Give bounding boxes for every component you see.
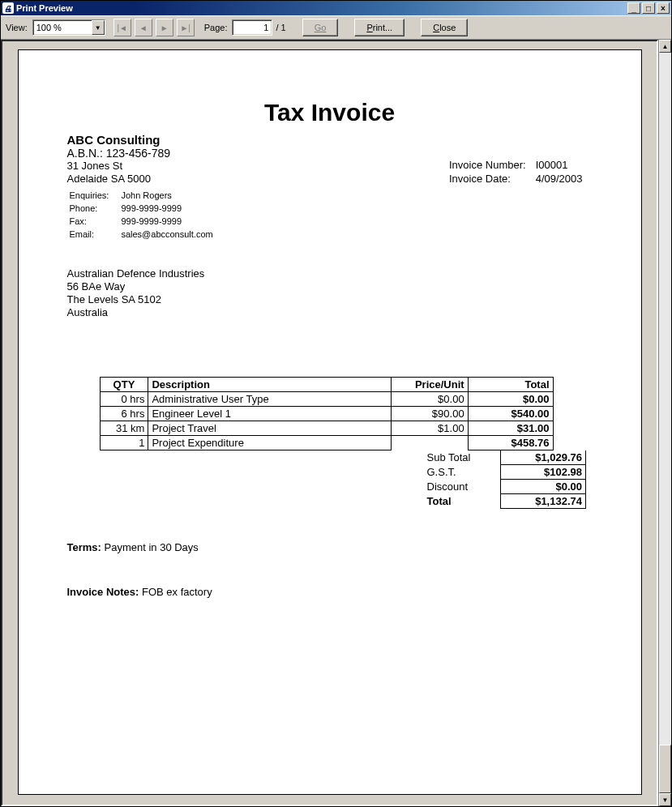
- scroll-track[interactable]: [659, 53, 671, 793]
- totals-block: Sub Total$1,029.76 G.S.T.$102.98 Discoun…: [132, 450, 593, 509]
- company-name: ABC Consulting: [67, 133, 225, 147]
- document-page: Tax Invoice ABC Consulting A.B.N.: 123-4…: [18, 49, 642, 795]
- document-title: Tax Invoice: [67, 99, 593, 126]
- invoice-meta: Invoice Number: I00001 Invoice Date: 4/0…: [447, 157, 593, 186]
- print-button[interactable]: Print...: [354, 19, 404, 36]
- scroll-thumb[interactable]: [659, 745, 671, 793]
- company-addr2: Adelaide SA 5000: [67, 173, 225, 186]
- next-page-button[interactable]: ►: [156, 19, 173, 36]
- company-addr1: 31 Jones St: [67, 160, 225, 173]
- table-row: 31 km Project Travel $1.00 $31.00: [100, 421, 553, 435]
- app-icon: 🖨: [2, 2, 14, 14]
- col-desc: Description: [148, 377, 391, 391]
- toolbar: View: 100 % ▼ |◄ ◄ ► ►| Page: / 1 Go Pri…: [1, 15, 671, 40]
- close-label-rest: lose: [439, 23, 456, 32]
- invdate-label: Invoice Date:: [449, 173, 534, 185]
- window-title: Print Preview: [16, 3, 73, 13]
- print-label-rest: rint...: [373, 23, 392, 32]
- preview-canvas: Tax Invoice ABC Consulting A.B.N.: 123-4…: [1, 40, 658, 806]
- invoice-notes: Invoice Notes: FOB ex factory: [67, 586, 593, 598]
- close-button[interactable]: Close: [421, 19, 468, 36]
- invno-label: Invoice Number:: [449, 159, 534, 171]
- prev-page-button[interactable]: ◄: [135, 19, 152, 36]
- client-block: Australian Defence Industries 56 BAe Way…: [67, 267, 593, 320]
- page-total: / 1: [276, 23, 285, 32]
- chevron-down-icon[interactable]: ▼: [92, 20, 105, 35]
- last-page-button[interactable]: ►|: [177, 19, 195, 36]
- col-qty: QTY: [100, 377, 148, 391]
- table-row: 1 Project Expenditure $458.76: [100, 435, 553, 450]
- go-button[interactable]: Go: [302, 19, 339, 36]
- view-label: View:: [6, 23, 28, 32]
- scroll-up-icon[interactable]: ▲: [659, 40, 671, 53]
- table-row: 6 hrs Engineer Level 1 $90.00 $540.00: [100, 406, 553, 421]
- invno-value: I00001: [536, 159, 591, 171]
- vertical-scrollbar[interactable]: ▲ ▼: [658, 40, 671, 806]
- abn: A.B.N.: 123-456-789: [67, 147, 225, 160]
- minimize-button[interactable]: _: [627, 2, 640, 14]
- terms: Terms: Payment in 30 Days: [67, 541, 593, 553]
- invoice-table: QTY Description Price/Unit Total 0 hrs A…: [100, 377, 554, 450]
- col-price: Price/Unit: [391, 377, 468, 391]
- scroll-down-icon[interactable]: ▼: [659, 793, 671, 806]
- invdate-value: 4/09/2003: [536, 173, 591, 185]
- page-input[interactable]: [232, 19, 272, 36]
- first-page-button[interactable]: |◄: [113, 19, 131, 36]
- zoom-combo[interactable]: 100 % ▼: [32, 19, 105, 36]
- contacts-table: Enquiries:John Rogers Phone:999-9999-999…: [67, 188, 225, 241]
- close-window-button[interactable]: ×: [657, 2, 670, 14]
- workspace: Tax Invoice ABC Consulting A.B.N.: 123-4…: [1, 40, 671, 806]
- table-row: 0 hrs Administrative User Type $0.00 $0.…: [100, 391, 553, 406]
- maximize-button[interactable]: □: [642, 2, 655, 14]
- col-total: Total: [468, 377, 553, 391]
- page-label: Page:: [204, 23, 228, 32]
- zoom-value: 100 %: [36, 23, 92, 32]
- titlebar: 🖨 Print Preview _ □ ×: [1, 1, 671, 15]
